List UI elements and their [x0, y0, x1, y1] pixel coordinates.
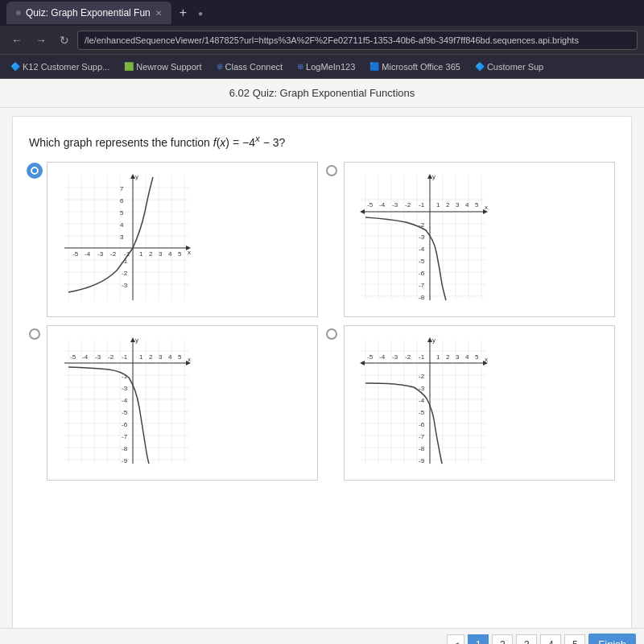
svg-marker-66 — [360, 209, 365, 214]
svg-text:4: 4 — [168, 353, 172, 361]
svg-text:-7: -7 — [419, 433, 425, 440]
radio-a[interactable] — [29, 165, 40, 176]
graph-option-c[interactable]: -5 -4 -3 -2 -1 1 2 3 4 5 x -1 -3 — [29, 325, 318, 481]
svg-text:-4: -4 — [419, 246, 425, 253]
svg-text:-3: -3 — [97, 250, 104, 258]
navigation-bar: ← → ↻ — [0, 26, 644, 55]
svg-text:-1: -1 — [419, 201, 425, 208]
bookmark-classconnect[interactable]: ⊕ Class Connect — [213, 60, 287, 73]
newrow-icon: 🟩 — [124, 62, 134, 71]
tab-indicator: ● — [198, 9, 203, 18]
bookmark-office[interactable]: 🟦 Microsoft Office 365 — [365, 60, 464, 73]
page-content: 6.02 Quiz: Graph Exponential Functions W… — [0, 79, 644, 644]
svg-text:-9: -9 — [419, 457, 425, 464]
svg-text:2: 2 — [149, 353, 153, 361]
graph-option-d[interactable]: -5 -4 -3 -2 -1 1 2 3 4 5 x -2 -3 — [326, 325, 615, 481]
radio-c[interactable] — [29, 328, 40, 340]
page-btn-1[interactable]: 1 — [468, 634, 489, 645]
svg-text:-5: -5 — [419, 258, 425, 265]
svg-text:7: 7 — [120, 185, 124, 192]
bookmark-logmein-label: LogMeIn123 — [306, 62, 355, 72]
svg-text:-8: -8 — [122, 445, 128, 452]
logmein-icon: ⊕ — [297, 62, 303, 71]
bookmark-newrow[interactable]: 🟩 Newrow Support — [120, 60, 205, 73]
radio-d[interactable] — [326, 328, 337, 340]
finish-button[interactable]: Finish — [588, 634, 636, 645]
svg-text:5: 5 — [178, 353, 182, 361]
svg-text:-5: -5 — [72, 250, 79, 258]
address-bar[interactable] — [77, 31, 638, 50]
svg-text:-8: -8 — [419, 445, 425, 452]
svg-text:-2: -2 — [110, 250, 117, 258]
bookmark-classconnect-label: Class Connect — [225, 62, 283, 72]
svg-text:-3: -3 — [419, 233, 425, 241]
quiz-title-bar: 6.02 Quiz: Graph Exponential Functions — [0, 79, 644, 108]
bookmark-k12-label: K12 Customer Supp... — [23, 62, 109, 72]
question-text: Which graph represents the function f(x)… — [29, 133, 615, 149]
graph-option-a[interactable]: -5 -4 -3 -2 -1 1 2 3 4 5 x 7 6 — [29, 162, 318, 317]
page-btn-4[interactable]: 4 — [540, 634, 561, 645]
graph-d: -5 -4 -3 -2 -1 1 2 3 4 5 x -2 -3 — [344, 325, 615, 481]
svg-text:-2: -2 — [419, 373, 425, 380]
svg-text:-2: -2 — [405, 201, 411, 208]
graph-a: -5 -4 -3 -2 -1 1 2 3 4 5 x 7 6 — [47, 162, 318, 317]
svg-text:5: 5 — [120, 209, 124, 217]
prev-page-button[interactable]: ◄ — [447, 634, 464, 645]
svg-text:3: 3 — [456, 353, 460, 361]
svg-text:x: x — [188, 356, 191, 363]
svg-text:1: 1 — [436, 201, 440, 208]
back-button[interactable]: ← — [6, 32, 27, 48]
page-btn-3[interactable]: 3 — [516, 634, 537, 645]
svg-text:2: 2 — [446, 201, 450, 208]
svg-text:y: y — [135, 336, 138, 344]
bookmark-logmein[interactable]: ⊕ LogMeIn123 — [293, 60, 359, 73]
bookmarks-bar: 🔷 K12 Customer Supp... 🟩 Newrow Support … — [0, 55, 644, 79]
svg-text:y: y — [135, 173, 138, 180]
forward-button[interactable]: → — [31, 32, 52, 48]
svg-text:3: 3 — [159, 250, 163, 258]
svg-text:x: x — [485, 204, 488, 211]
active-tab[interactable]: Quiz: Graph Exponential Fun ✕ — [6, 2, 171, 24]
reload-button[interactable]: ↻ — [55, 32, 74, 48]
svg-text:4: 4 — [120, 221, 124, 229]
custsup-icon: 🔷 — [475, 62, 485, 71]
svg-text:-3: -3 — [122, 282, 128, 289]
radio-b[interactable] — [326, 165, 337, 176]
page-btn-2[interactable]: 2 — [492, 634, 513, 645]
svg-text:-5: -5 — [122, 409, 128, 416]
svg-text:x: x — [188, 249, 191, 256]
svg-marker-154 — [360, 361, 365, 365]
bookmark-k12[interactable]: 🔷 K12 Customer Supp... — [6, 60, 114, 73]
svg-text:-6: -6 — [122, 421, 128, 428]
browser-chrome: Quiz: Graph Exponential Fun ✕ + ● ← → ↻ … — [0, 0, 644, 79]
svg-text:3: 3 — [120, 233, 124, 241]
svg-text:6: 6 — [120, 197, 124, 204]
svg-text:2: 2 — [149, 250, 153, 258]
tab-title: Quiz: Graph Exponential Fun — [26, 7, 151, 19]
quiz-container: Which graph represents the function f(x)… — [12, 116, 632, 644]
svg-text:-9: -9 — [122, 457, 128, 464]
tab-close-button[interactable]: ✕ — [155, 9, 162, 18]
bookmark-custsup[interactable]: 🔷 Customer Sup — [471, 60, 547, 73]
svg-text:-1: -1 — [419, 353, 425, 361]
new-tab-button[interactable]: + — [175, 4, 192, 22]
svg-text:-7: -7 — [122, 433, 128, 440]
graphs-grid: -5 -4 -3 -2 -1 1 2 3 4 5 x 7 6 — [29, 162, 615, 481]
svg-text:4: 4 — [465, 353, 469, 361]
svg-text:-4: -4 — [122, 397, 128, 404]
svg-text:-5: -5 — [419, 409, 425, 416]
page-btn-5[interactable]: 5 — [564, 634, 585, 645]
svg-text:-3: -3 — [95, 353, 101, 361]
svg-text:5: 5 — [178, 250, 182, 258]
bottom-navigation: ◄ 1 2 3 4 5 Finish — [0, 628, 644, 644]
graph-option-b[interactable]: -5 -4 -3 -2 -1 1 2 3 4 5 x -2 -3 — [326, 162, 615, 317]
svg-text:5: 5 — [475, 201, 479, 208]
svg-text:-3: -3 — [392, 353, 398, 361]
svg-text:-7: -7 — [419, 282, 425, 289]
svg-text:-2: -2 — [405, 353, 411, 361]
tab-favicon — [16, 10, 21, 15]
graph-d-svg: -5 -4 -3 -2 -1 1 2 3 4 5 x -2 -3 — [349, 331, 490, 472]
svg-text:3: 3 — [159, 353, 163, 361]
svg-text:4: 4 — [465, 201, 469, 208]
svg-text:y: y — [432, 173, 436, 180]
